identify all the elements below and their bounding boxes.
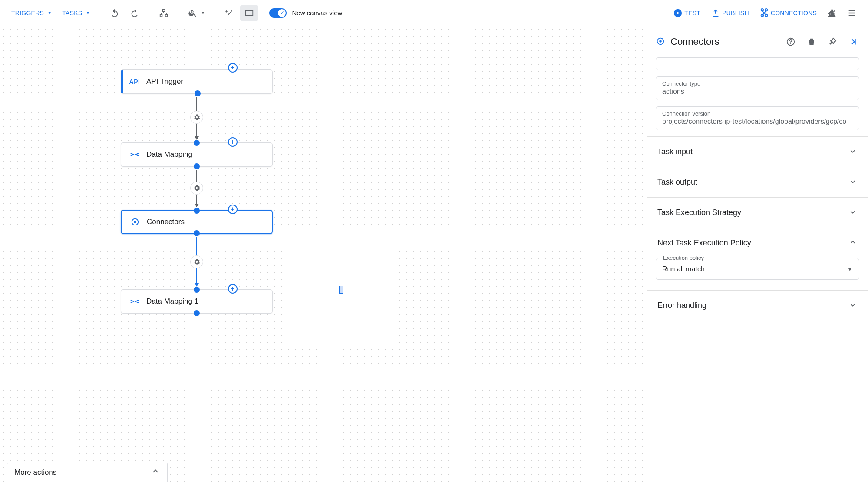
more-actions-bar[interactable]: More actions <box>7 463 168 482</box>
redo-icon <box>130 8 139 18</box>
layout-button[interactable] <box>155 5 173 21</box>
separator <box>264 7 264 19</box>
execution-policy-select[interactable]: Execution policy Run all match ▼ <box>656 258 859 280</box>
section-task-input[interactable]: Task input <box>656 137 859 167</box>
node-label: Connectors <box>147 218 185 226</box>
wand-button[interactable] <box>220 5 238 21</box>
connections-button[interactable]: CONNECTIONS <box>755 5 821 21</box>
triggers-label: TRIGGERS <box>11 10 44 17</box>
field-value: Run all match <box>662 265 853 273</box>
section-next-task-policy[interactable]: Next Task Execution Policy <box>656 228 859 258</box>
collapse-right-icon <box>848 37 858 46</box>
node-connectors[interactable]: Connectors <box>121 210 273 234</box>
chevron-up-icon <box>848 238 858 248</box>
sitemap-icon <box>159 8 168 18</box>
node-label: Data Mapping <box>146 150 192 159</box>
svg-rect-0 <box>246 10 253 15</box>
tasks-dropdown[interactable]: TASKS ▼ <box>58 5 94 21</box>
minimap[interactable] <box>287 237 396 344</box>
more-actions-label: More actions <box>14 468 56 477</box>
tasks-label: TASKS <box>62 10 82 17</box>
add-node-button[interactable]: + <box>228 137 238 147</box>
toolbar: TRIGGERS ▼ TASKS ▼ ▼ ✓ New canvas view T… <box>0 0 868 26</box>
separator <box>149 7 149 19</box>
field-partial[interactable] <box>656 57 859 70</box>
section-title: Task Execution Strategy <box>657 208 741 217</box>
rectangle-icon <box>244 8 254 18</box>
publish-button[interactable]: PUBLISH <box>706 5 753 21</box>
delete-button[interactable] <box>804 34 819 50</box>
chevron-down-icon: ▼ <box>86 10 90 15</box>
analytics-button[interactable] <box>823 5 841 21</box>
port-out[interactable] <box>194 230 200 236</box>
zoom-icon <box>188 8 198 18</box>
chevron-down-icon <box>848 177 858 188</box>
port-out[interactable] <box>195 90 201 96</box>
connections-label: CONNECTIONS <box>771 10 817 17</box>
canvas[interactable]: API API Trigger + Data Mapping + <box>0 26 647 486</box>
undo-button[interactable] <box>106 5 124 21</box>
side-panel-body: Connector type actions Connection versio… <box>647 57 868 329</box>
add-node-button[interactable]: + <box>228 284 238 294</box>
add-node-button[interactable]: + <box>228 63 238 73</box>
menu-icon <box>847 8 857 18</box>
add-node-button[interactable]: + <box>228 205 238 214</box>
minimap-viewport <box>339 286 343 294</box>
wand-icon <box>224 8 234 18</box>
side-panel: Connectors Connector type actions Connec… <box>647 26 868 486</box>
check-icon: ✓ <box>280 10 284 16</box>
node-data-mapping-1[interactable]: Data Mapping 1 <box>121 289 273 314</box>
node-label: Data Mapping 1 <box>146 297 198 306</box>
redo-button[interactable] <box>125 5 144 21</box>
field-label: Connection version <box>662 110 853 117</box>
port-in[interactable] <box>194 208 200 214</box>
help-button[interactable] <box>783 34 799 50</box>
test-button[interactable]: TEST <box>669 5 705 21</box>
field-label: Execution policy <box>660 255 706 261</box>
canvas-view-button[interactable] <box>240 5 258 21</box>
edge-settings-button[interactable] <box>190 182 203 195</box>
port-in[interactable] <box>194 140 200 146</box>
undo-icon <box>110 8 119 18</box>
menu-button[interactable] <box>843 5 861 21</box>
gear-icon <box>193 113 201 121</box>
test-label: TEST <box>684 10 700 17</box>
port-in[interactable] <box>194 287 200 293</box>
separator <box>100 7 100 19</box>
api-icon: API <box>128 78 141 85</box>
port-out[interactable] <box>194 310 200 316</box>
port-out[interactable] <box>194 163 200 169</box>
svg-point-4 <box>659 40 662 43</box>
zoom-dropdown[interactable]: ▼ <box>184 5 210 21</box>
field-label: Connector type <box>662 80 853 87</box>
chevron-down-icon <box>848 207 858 218</box>
section-error-handling[interactable]: Error handling <box>656 291 859 321</box>
gear-icon <box>193 184 201 192</box>
node-data-mapping[interactable]: Data Mapping <box>121 142 273 167</box>
connections-icon <box>759 8 769 18</box>
triggers-dropdown[interactable]: TRIGGERS ▼ <box>7 5 56 21</box>
publish-label: PUBLISH <box>722 10 749 17</box>
edge-settings-button[interactable] <box>190 255 203 268</box>
trash-icon <box>807 37 816 46</box>
pin-button[interactable] <box>825 34 840 50</box>
connector-type-field[interactable]: Connector type actions <box>656 76 859 100</box>
section-task-output[interactable]: Task output <box>656 167 859 197</box>
collapse-button[interactable] <box>845 34 861 50</box>
separator <box>178 7 178 19</box>
section-task-exec-strategy[interactable]: Task Execution Strategy <box>656 198 859 228</box>
chart-icon <box>827 8 837 18</box>
side-panel-title: Connectors <box>670 36 778 47</box>
section-title: Task output <box>657 178 697 187</box>
edge-settings-button[interactable] <box>190 111 203 124</box>
toolbar-right: TEST PUBLISH CONNECTIONS <box>669 5 861 21</box>
mapping-icon <box>128 150 141 159</box>
connection-version-field[interactable]: Connection version projects/connectors-i… <box>656 106 859 130</box>
mapping-icon <box>128 297 141 306</box>
side-panel-header: Connectors <box>647 26 868 57</box>
new-canvas-toggle[interactable]: ✓ <box>269 8 287 18</box>
node-api-trigger[interactable]: API API Trigger <box>121 69 273 94</box>
field-value: actions <box>662 88 853 96</box>
connector-icon <box>656 36 665 47</box>
help-icon <box>786 37 795 46</box>
